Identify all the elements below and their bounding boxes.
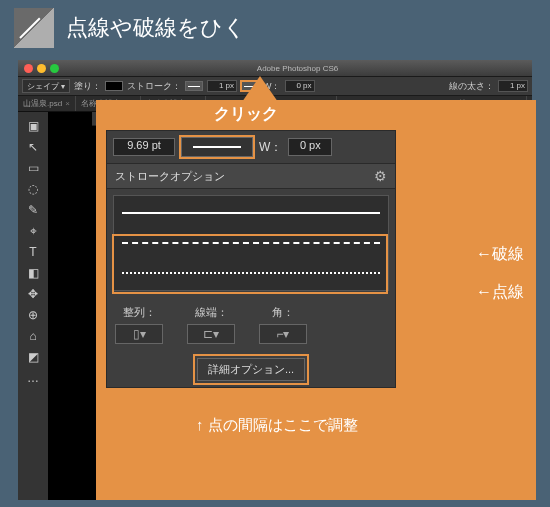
tool-icon[interactable]: ◩ xyxy=(23,347,43,367)
solid-line-icon xyxy=(122,212,380,214)
close-icon[interactable] xyxy=(24,64,33,73)
corner-label: 角： xyxy=(272,305,294,320)
tool-icon[interactable]: ▣ xyxy=(23,116,43,136)
solid-line-icon xyxy=(193,146,241,148)
line-weight-input[interactable]: 1 px xyxy=(498,80,528,92)
cap-label: 線端： xyxy=(195,305,228,320)
zoom-icon[interactable] xyxy=(50,64,59,73)
annotation-overlay: クリック 9.69 pt W： 0 px ストロークオプション ⚙ 整列： ▯▾… xyxy=(96,100,536,500)
dashed-line-icon xyxy=(122,242,380,244)
tool-icon[interactable]: ✎ xyxy=(23,200,43,220)
tool-icon[interactable]: ⌖ xyxy=(23,221,43,241)
fill-label: 塗り： xyxy=(74,80,101,93)
panel-header: ストロークオプション ⚙ xyxy=(107,163,395,189)
w-input[interactable]: 0 px xyxy=(285,80,315,92)
window-titlebar: Adobe Photoshop CS6 xyxy=(18,60,532,76)
lesson-title: 点線や破線をひく xyxy=(66,13,246,43)
stroke-dotted-option[interactable] xyxy=(122,266,380,280)
dotted-label: ←点線 xyxy=(476,282,524,303)
dotted-line-icon xyxy=(122,272,380,274)
panel-title: ストロークオプション xyxy=(115,169,225,184)
toolbar: ▣ ↖ ▭ ◌ ✎ ⌖ T ◧ ✥ ⊕ ⌂ ◩ … xyxy=(18,112,48,500)
close-tab-icon[interactable]: × xyxy=(65,99,70,108)
stroke-swatch[interactable] xyxy=(185,81,203,91)
dashed-label: ←破線 xyxy=(476,244,524,265)
stroke-dashed-option[interactable] xyxy=(122,236,380,250)
stroke-label: ストローク： xyxy=(127,80,181,93)
stroke-options-panel: 9.69 pt W： 0 px ストロークオプション ⚙ 整列： ▯▾ 線端： … xyxy=(106,130,396,388)
line-weight-label: 線の太さ： xyxy=(449,80,494,93)
w-input[interactable]: 0 px xyxy=(288,138,332,156)
stroke-style-dropdown[interactable] xyxy=(181,137,253,157)
tool-icon[interactable]: ✥ xyxy=(23,284,43,304)
tool-icon[interactable]: T xyxy=(23,242,43,262)
stroke-solid-option[interactable] xyxy=(122,206,380,220)
tool-icon[interactable]: ▭ xyxy=(23,158,43,178)
panel-top-row: 9.69 pt W： 0 px xyxy=(107,131,395,163)
tool-icon[interactable]: … xyxy=(23,368,43,388)
document-tab[interactable]: 山温泉.psd× xyxy=(18,96,76,111)
gear-icon[interactable]: ⚙ xyxy=(374,168,387,184)
callout-arrow-icon xyxy=(242,76,278,102)
shape-mode-dropdown[interactable]: シェイプ ▾ xyxy=(22,79,70,93)
stroke-size-input[interactable]: 9.69 pt xyxy=(113,138,175,156)
click-label: クリック xyxy=(214,104,278,125)
align-dropdown[interactable]: ▯▾ xyxy=(115,324,163,344)
stroke-subopts: 整列： ▯▾ 線端： ⊏▾ 角： ⌐▾ xyxy=(107,297,395,352)
advanced-row: 詳細オプション... xyxy=(107,352,395,387)
tool-icon[interactable]: ↖ xyxy=(23,137,43,157)
tool-icon[interactable]: ◧ xyxy=(23,263,43,283)
stroke-style-list xyxy=(113,195,389,291)
tool-icon[interactable]: ⌂ xyxy=(23,326,43,346)
corner-dropdown[interactable]: ⌐▾ xyxy=(259,324,307,344)
tool-icon[interactable]: ⊕ xyxy=(23,305,43,325)
cap-dropdown[interactable]: ⊏▾ xyxy=(187,324,235,344)
advanced-options-button[interactable]: 詳細オプション... xyxy=(197,358,305,381)
align-label: 整列： xyxy=(123,305,156,320)
tool-icon[interactable]: ◌ xyxy=(23,179,43,199)
stroke-width-input[interactable]: 1 px xyxy=(207,80,237,92)
app-title: Adobe Photoshop CS6 xyxy=(63,64,532,73)
minimize-icon[interactable] xyxy=(37,64,46,73)
fill-swatch[interactable] xyxy=(105,81,123,91)
lesson-title-bar: 点線や破線をひく xyxy=(0,0,550,56)
line-tool-icon xyxy=(14,8,54,48)
w-label: W： xyxy=(259,139,282,156)
spacing-note: ↑ 点の間隔はここで調整 xyxy=(196,416,358,435)
